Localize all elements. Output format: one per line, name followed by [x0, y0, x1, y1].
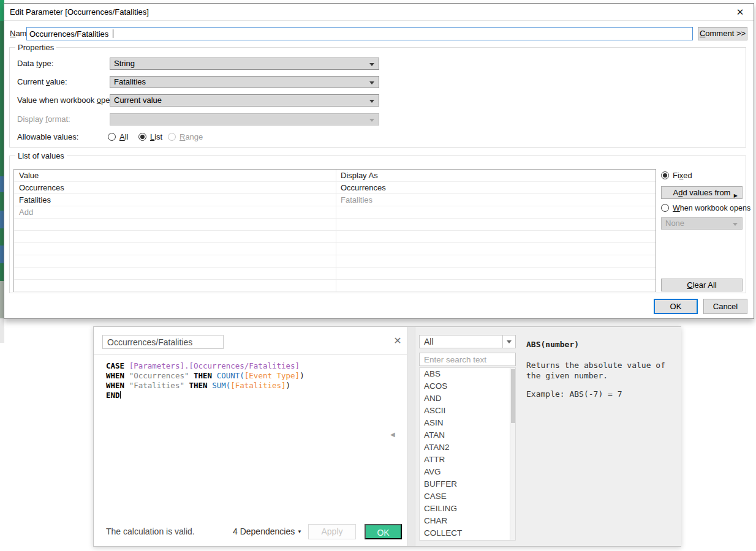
function-example: Example: ABS(-7) = 7 [526, 389, 622, 399]
radio-fixed[interactable] [661, 171, 669, 179]
table-row-empty [14, 243, 656, 255]
screen: Edit Parameter [Occurrences/Fatalities] … [0, 0, 756, 551]
table-row-empty [14, 231, 656, 243]
table-row-empty [14, 255, 656, 268]
radio-all-label[interactable]: All [119, 132, 128, 142]
calculation-status: The calculation is valid. [106, 527, 195, 536]
column-header-value: Value [19, 170, 39, 182]
name-input[interactable] [26, 27, 693, 40]
table-row-empty [14, 219, 656, 231]
function-list-item[interactable]: ASIN [420, 417, 515, 429]
radio-when-workbook-opens-label[interactable]: When workbook opens [673, 203, 750, 213]
radio-list[interactable] [138, 133, 146, 141]
pane-splitter[interactable] [407, 327, 415, 546]
formula-token: SUM( [212, 381, 230, 390]
function-description: Returns the absolute value of the given … [526, 360, 682, 381]
workbook-open-label: Value when workbook opens: [17, 94, 121, 107]
function-list-item[interactable]: ASCII [420, 405, 515, 417]
radio-list-label[interactable]: List [150, 132, 162, 142]
formula-line: WHEN "Fatalities" THEN SUM([Fatalities]) [106, 381, 304, 391]
calc-ok-button[interactable]: OK [365, 524, 402, 539]
calculation-name-input[interactable] [102, 335, 224, 349]
radio-fixed-label[interactable]: Fixed [673, 171, 692, 181]
data-type-label: Data type: [17, 58, 53, 70]
chevron-down-icon: ▼ [297, 529, 302, 534]
display-format-dropdown [110, 113, 379, 126]
dialog-title: Edit Parameter [Occurrences/Fatalities] [10, 4, 149, 21]
formula-token: [Parameters].[Occurrences/Fatalities] [129, 361, 300, 370]
close-icon[interactable]: ✕ [391, 335, 404, 347]
title-separator [94, 354, 407, 355]
function-list-item[interactable]: ATAN2 [420, 441, 515, 454]
workbook-open-dropdown[interactable]: Current value [110, 94, 379, 107]
function-list-item[interactable]: CEILING [420, 503, 515, 515]
cancel-button[interactable]: Cancel [703, 299, 747, 314]
scrollbar[interactable] [510, 368, 515, 540]
add-values-from-button[interactable]: Add values from▶ [661, 186, 743, 199]
values-table: Value Display As OccurrencesOccurrencesF… [13, 169, 656, 292]
function-list-item[interactable]: ACOS [420, 380, 515, 392]
current-value-label: Current value: [17, 76, 67, 88]
collapse-panel-icon[interactable]: ◀ [390, 431, 395, 438]
function-list-item[interactable]: AND [420, 392, 515, 405]
table-row-add[interactable]: Add [14, 206, 656, 219]
value-cell[interactable]: Fatalities [19, 194, 51, 206]
dialog-titlebar[interactable]: Edit Parameter [Occurrences/Fatalities] … [4, 4, 754, 21]
properties-legend: Properties [15, 43, 56, 52]
close-icon[interactable]: ✕ [734, 6, 746, 18]
function-list-item[interactable]: AVG [420, 466, 515, 478]
list-of-values-group: List of values Value Display As Occurren… [9, 156, 746, 293]
clear-all-button[interactable]: Clear All [661, 279, 743, 291]
column-header-display-as: Display As [341, 170, 378, 182]
formula-line: WHEN "Occurrences" THEN COUNT([Event Typ… [106, 371, 304, 381]
display-format-label: Display format: [17, 113, 70, 126]
comment-button[interactable]: Comment >> [698, 27, 747, 40]
display-as-cell[interactable]: Occurrences [341, 182, 386, 194]
function-search-input[interactable] [419, 353, 516, 366]
table-row[interactable]: OccurrencesOccurrences [14, 182, 656, 194]
value-cell[interactable]: Occurrences [19, 182, 64, 194]
function-list-item[interactable]: CASE [420, 490, 515, 503]
table-row[interactable]: FatalitiesFatalities [14, 194, 656, 206]
ok-button[interactable]: OK [654, 299, 698, 314]
function-list-item[interactable]: COLLECT [420, 527, 515, 539]
add-value-cell[interactable]: Add [19, 206, 33, 219]
data-type-value: String [114, 59, 135, 68]
formula-token: ) [286, 381, 291, 390]
function-signature: ABS(number) [526, 340, 579, 349]
function-category-dropdown[interactable]: All [419, 335, 516, 348]
apply-button: Apply [308, 524, 356, 539]
formula-token: "Occurrences" [129, 371, 189, 380]
function-list: ABSACOSANDASCIIASINATANATAN2ATTRAVGBUFFE… [419, 367, 516, 541]
function-list-item[interactable]: ABS [420, 368, 515, 380]
function-list-item[interactable]: CHAR [420, 515, 515, 527]
formula-token: [Fatalities] [230, 381, 285, 390]
allowable-values-label: Allowable values: [17, 131, 78, 143]
dependencies-dropdown[interactable]: 4 Dependencies ▼ [216, 527, 302, 536]
workbook-open-value: Current value [114, 96, 162, 105]
none-dropdown: None [661, 217, 743, 230]
function-list-item[interactable]: ATAN [420, 429, 515, 441]
scrollbar-thumb[interactable] [511, 369, 515, 423]
list-of-values-legend: List of values [15, 151, 67, 160]
formula-editor[interactable]: CASE [Parameters].[Occurrences/Fatalitie… [106, 361, 304, 400]
formula-token: THEN [194, 371, 217, 380]
display-as-cell[interactable]: Fatalities [341, 194, 372, 206]
calculation-editor-dialog: ✕ CASE [Parameters].[Occurrences/Fatalit… [93, 326, 681, 547]
current-value-dropdown[interactable]: Fatalities [110, 76, 379, 88]
function-list-item[interactable]: BUFFER [420, 478, 515, 490]
formula-token: WHEN [106, 371, 129, 380]
radio-all[interactable] [108, 133, 116, 141]
radio-when-workbook-opens[interactable] [661, 204, 669, 212]
function-list-item[interactable]: ATTR [420, 454, 515, 466]
text-caret [120, 391, 121, 399]
function-list-items: ABSACOSANDASCIIASINATANATAN2ATTRAVGBUFFE… [420, 368, 515, 539]
table-header-row: Value Display As [14, 170, 656, 182]
table-row-empty [14, 268, 656, 280]
text-caret [113, 29, 113, 38]
data-type-dropdown[interactable]: String [110, 58, 379, 70]
formula-line: END [106, 391, 304, 400]
table-row-empty [14, 280, 656, 292]
calculation-editor-pane: ✕ CASE [Parameters].[Occurrences/Fatalit… [94, 327, 407, 546]
formula-token: [Event Type] [244, 371, 300, 380]
